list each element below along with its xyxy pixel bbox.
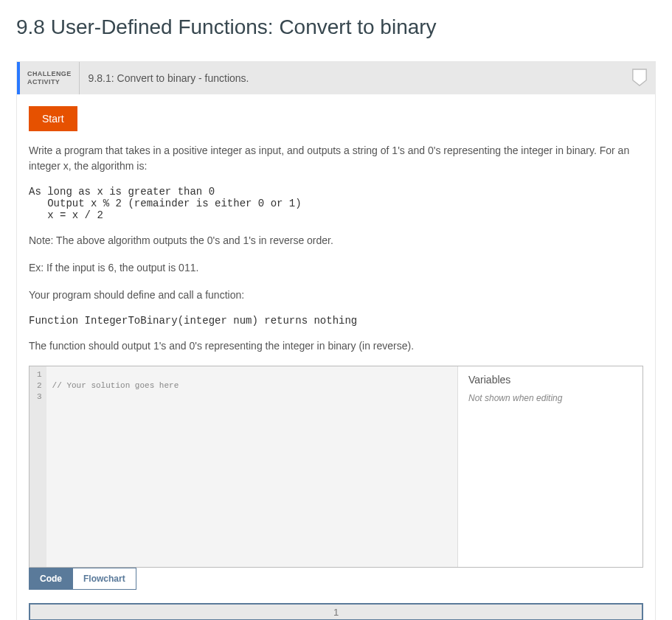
code-input[interactable]: [46, 366, 457, 567]
note-text: Note: The above algorithm outputs the 0'…: [29, 233, 643, 248]
tab-code[interactable]: Code: [29, 568, 73, 590]
progress-step: 1: [333, 607, 339, 618]
activity-header: CHALLENGE ACTIVITY 9.8.1: Convert to bin…: [17, 62, 655, 94]
should-define-text: Your program should define and call a fu…: [29, 288, 643, 303]
variables-note: Not shown when editing: [468, 393, 632, 403]
code-editor-pane: 1 2 3: [30, 366, 458, 567]
tab-flowchart[interactable]: Flowchart: [72, 568, 136, 590]
start-button[interactable]: Start: [29, 106, 77, 131]
function-signature: Function IntegerToBinary(integer num) re…: [29, 315, 643, 327]
editor-tabs: Code Flowchart: [29, 568, 643, 590]
intro-text: Write a program that takes in a positive…: [29, 143, 643, 174]
activity-body: Start Write a program that takes in a po…: [17, 94, 655, 620]
activity-title: 9.8.1: Convert to binary - functions.: [80, 62, 631, 94]
activity-kind-line2: ACTIVITY: [27, 78, 72, 86]
progress-indicator: 1: [29, 603, 643, 620]
should-output-text: The function should output 1's and 0's r…: [29, 338, 643, 354]
shield-icon: [631, 68, 648, 87]
algorithm-block: As long as x is greater than 0 Output x …: [29, 186, 643, 221]
line-gutter: 1 2 3: [30, 366, 46, 567]
activity-kind-line1: CHALLENGE: [27, 70, 72, 78]
editor-area: 1 2 3 Variables Not shown when editing: [29, 366, 643, 568]
page-title: 9.8 User-Defined Functions: Convert to b…: [16, 15, 656, 39]
variables-pane: Variables Not shown when editing: [458, 366, 642, 567]
example-text: Ex: If the input is 6, the output is 011…: [29, 260, 643, 276]
variables-title: Variables: [468, 374, 632, 386]
activity-kind-badge: CHALLENGE ACTIVITY: [17, 62, 80, 94]
activity-card: CHALLENGE ACTIVITY 9.8.1: Convert to bin…: [16, 61, 656, 620]
